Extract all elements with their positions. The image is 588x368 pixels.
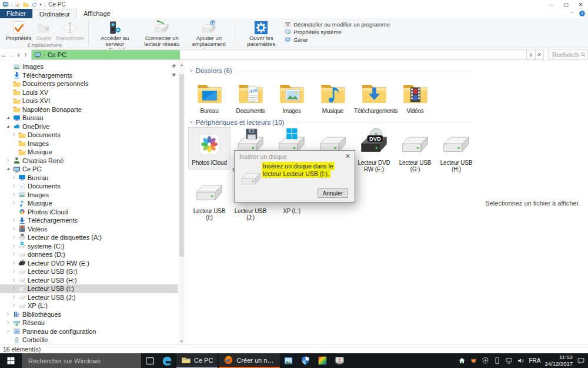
- address-bar[interactable]: › Ce PC: [31, 49, 527, 60]
- sidebar-item-musique[interactable]: Musique: [0, 199, 178, 208]
- sidebar-item-donnees-d[interactable]: donnees (D:): [0, 250, 178, 259]
- sidebar-item-telechargements[interactable]: Téléchargements: [0, 71, 178, 80]
- sidebar-item-videos[interactable]: Vidéos: [0, 225, 178, 234]
- properties-quick-icon[interactable]: [15, 2, 21, 8]
- sidebar-item-lecteur-usb-h[interactable]: Lecteur USB (H:): [0, 276, 178, 285]
- minimize-button[interactable]: ─: [544, 0, 559, 9]
- sidebar-item-lecteur-de-disquettes-a[interactable]: Lecteur de disquettes (A:): [0, 233, 178, 242]
- refresh-icon[interactable]: [31, 2, 37, 8]
- chevron-collapsed-icon[interactable]: [11, 174, 16, 181]
- chevron-collapsed-icon[interactable]: [11, 131, 16, 138]
- chevron-collapsed-icon[interactable]: [11, 243, 16, 250]
- file-tile-images[interactable]: Images: [271, 76, 312, 118]
- search-input[interactable]: [551, 51, 580, 59]
- chevron-collapsed-icon[interactable]: [5, 319, 11, 326]
- dialog-close-icon[interactable]: ✕: [345, 152, 350, 160]
- address-dropdown-icon[interactable]: ∨: [527, 49, 536, 60]
- proprietes-systeme-button[interactable]: Propriétés système: [285, 28, 390, 35]
- volume-icon[interactable]: [517, 357, 524, 364]
- sidebar-item-images[interactable]: Images: [0, 191, 178, 200]
- language-indicator[interactable]: FRA: [529, 357, 540, 364]
- qat-customize-chevron-icon[interactable]: ▾: [39, 2, 42, 7]
- section-collapse-icon[interactable]: ˅: [190, 120, 193, 125]
- chevron-expanded-icon[interactable]: [5, 165, 11, 173]
- colors-button[interactable]: [314, 353, 331, 368]
- sidebar-item-lecteur-usb-i[interactable]: Lecteur USB (I:): [0, 284, 178, 293]
- sidebar-item-photos-icloud[interactable]: Photos iCloud: [0, 208, 178, 217]
- sidebar-item-lecteur-usb-j[interactable]: Lecteur USB (J:): [0, 293, 178, 302]
- task-creer-un-nouveau-s[interactable]: Créer un nouveau s...: [219, 353, 280, 368]
- tab-ordinateur[interactable]: Ordinateur: [32, 9, 77, 18]
- sidebar-item-bibliotheques[interactable]: Bibliothèques: [0, 310, 178, 319]
- chevron-collapsed-icon[interactable]: [11, 277, 16, 284]
- file-tile-telechargements[interactable]: Téléchargements: [353, 76, 395, 118]
- shield-icon[interactable]: [482, 357, 489, 364]
- chevron-collapsed-icon[interactable]: [11, 200, 16, 207]
- section-header-peripheriques-et-lecteurs-10[interactable]: ˅Périphériques et lecteurs (10): [190, 119, 477, 126]
- sidebar-item-documents[interactable]: Documents: [0, 182, 178, 191]
- chevron-collapsed-icon[interactable]: [5, 311, 11, 318]
- remote-button[interactable]: [331, 353, 348, 368]
- sidebar-item-louis-xv[interactable]: Louis XV: [0, 88, 178, 97]
- scrollbar-thumb[interactable]: [179, 74, 184, 257]
- file-tile-musique[interactable]: Musique: [312, 76, 353, 118]
- chevron-expanded-icon[interactable]: [5, 114, 11, 121]
- sidebar-item-telechargements[interactable]: Téléchargements: [0, 216, 178, 225]
- file-tile-videos[interactable]: Vidéos: [395, 76, 436, 118]
- sidebar-item-images[interactable]: Images: [0, 62, 178, 71]
- home-icon[interactable]: [458, 357, 466, 364]
- taskview-button[interactable]: [141, 353, 158, 368]
- phone-icon[interactable]: [493, 357, 501, 364]
- chevron-collapsed-icon[interactable]: [11, 251, 16, 258]
- new-folder-icon[interactable]: [23, 2, 29, 8]
- chevron-collapsed-icon[interactable]: [11, 285, 16, 292]
- breadcrumb[interactable]: › Ce PC: [32, 51, 66, 58]
- taskbar-search-input[interactable]: [27, 357, 141, 365]
- section-collapse-icon[interactable]: ˅: [190, 68, 193, 74]
- address-cancel-icon[interactable]: ✕: [536, 49, 544, 60]
- chevron-collapsed-icon[interactable]: [5, 157, 11, 164]
- sidebar-item-xp-l[interactable]: XP (L:): [0, 301, 178, 310]
- sidebar-item-systeme-c[interactable]: systeme (C:): [0, 242, 178, 251]
- chevron-collapsed-icon[interactable]: [11, 234, 16, 241]
- help-icon[interactable]: ?: [579, 10, 586, 17]
- chevron-collapsed-icon[interactable]: [11, 226, 16, 233]
- start-button[interactable]: [0, 353, 22, 368]
- file-tile-lecteur-usb-i[interactable]: Lecteur USB (I:): [189, 176, 230, 224]
- sidebar-item-chatrias-rene[interactable]: Chatrias René: [0, 157, 178, 165]
- up-button[interactable]: ↑: [22, 51, 30, 59]
- sidebar-item-bureau[interactable]: Bureau: [0, 174, 178, 183]
- sidebar-item-louis-xvi[interactable]: Louis XVI: [0, 97, 178, 105]
- sidebar-item-documents-personnels[interactable]: Documents personnels: [0, 79, 178, 88]
- chevron-collapsed-icon[interactable]: [11, 294, 16, 301]
- scroll-up-icon[interactable]: ▲: [179, 61, 185, 68]
- sidebar-item-musique[interactable]: Musique: [0, 148, 178, 157]
- task-ce-pc[interactable]: Ce PC: [176, 353, 218, 368]
- scroll-down-icon[interactable]: ▼: [179, 338, 185, 344]
- chevron-collapsed-icon[interactable]: [11, 183, 16, 190]
- file-tile-lecteur-usb-h[interactable]: Lecteur USB (H:): [436, 128, 477, 176]
- sidebar-item-reseau[interactable]: Réseau: [0, 319, 178, 327]
- sidebar-item-ce-pc[interactable]: Ce PC: [0, 165, 178, 174]
- chevron-expanded-icon[interactable]: [5, 123, 11, 130]
- sidebar-item-panneau-de-configuration[interactable]: Panneau de configuration: [0, 327, 178, 336]
- sidebar-item-onedrive[interactable]: OneDrive: [0, 122, 178, 131]
- file-tile-bureau[interactable]: Bureau: [189, 76, 230, 118]
- chevron-collapsed-icon[interactable]: [11, 260, 16, 267]
- file-tile-lecteur-usb-g[interactable]: Lecteur USB (G:): [395, 128, 436, 176]
- file-tile-lecteur-dvd-rw-e[interactable]: DVDLecteur DVD RW (E:): [353, 128, 395, 176]
- chevron-collapsed-icon[interactable]: [5, 328, 11, 335]
- maximize-button[interactable]: ▢: [559, 0, 573, 9]
- netmon-icon[interactable]: [505, 357, 513, 364]
- file-tile-documents[interactable]: ADocuments: [230, 76, 271, 118]
- tab-affichage[interactable]: Affichage: [77, 9, 117, 18]
- clock[interactable]: 11:52 24/12/2017: [544, 354, 573, 367]
- search-box[interactable]: [548, 49, 588, 60]
- chevron-collapsed-icon[interactable]: [11, 191, 16, 198]
- taskbar-search[interactable]: [22, 353, 141, 368]
- sidebar-item-napoleon-bonaparte[interactable]: Napoléon Bonaparte: [0, 105, 178, 114]
- chevron-collapsed-icon[interactable]: [11, 268, 16, 275]
- section-header-dossiers-6[interactable]: ˅Dossiers (6): [190, 67, 477, 74]
- sidebar-item-corbeille[interactable]: Corbeille: [0, 336, 178, 344]
- ouvrir-les-parametres-button[interactable]: Ouvrir les paramètres: [238, 19, 285, 48]
